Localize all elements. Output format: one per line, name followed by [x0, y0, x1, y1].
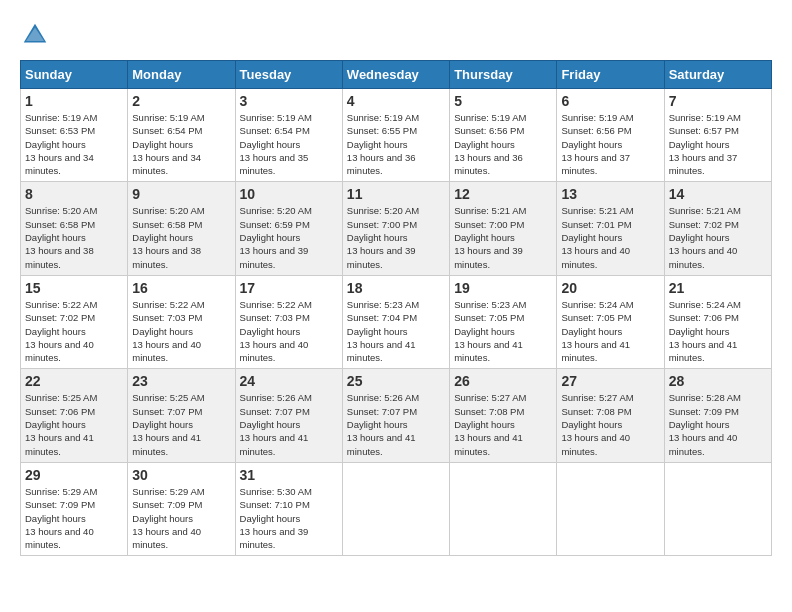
day-info: Sunrise: 5:22 AM Sunset: 7:03 PM Dayligh… [240, 298, 338, 364]
day-header-tuesday: Tuesday [235, 61, 342, 89]
day-number: 9 [132, 186, 230, 202]
calendar-cell: 15 Sunrise: 5:22 AM Sunset: 7:02 PM Dayl… [21, 275, 128, 368]
calendar-cell: 20 Sunrise: 5:24 AM Sunset: 7:05 PM Dayl… [557, 275, 664, 368]
day-header-thursday: Thursday [450, 61, 557, 89]
day-info: Sunrise: 5:24 AM Sunset: 7:06 PM Dayligh… [669, 298, 767, 364]
day-number: 17 [240, 280, 338, 296]
day-number: 25 [347, 373, 445, 389]
day-number: 26 [454, 373, 552, 389]
day-number: 24 [240, 373, 338, 389]
calendar-cell: 31 Sunrise: 5:30 AM Sunset: 7:10 PM Dayl… [235, 462, 342, 555]
calendar-cell: 18 Sunrise: 5:23 AM Sunset: 7:04 PM Dayl… [342, 275, 449, 368]
calendar-cell: 28 Sunrise: 5:28 AM Sunset: 7:09 PM Dayl… [664, 369, 771, 462]
day-info: Sunrise: 5:20 AM Sunset: 6:59 PM Dayligh… [240, 204, 338, 270]
logo-icon [20, 20, 50, 50]
day-number: 3 [240, 93, 338, 109]
day-info: Sunrise: 5:22 AM Sunset: 7:02 PM Dayligh… [25, 298, 123, 364]
calendar-cell: 22 Sunrise: 5:25 AM Sunset: 7:06 PM Dayl… [21, 369, 128, 462]
day-info: Sunrise: 5:28 AM Sunset: 7:09 PM Dayligh… [669, 391, 767, 457]
calendar-cell: 7 Sunrise: 5:19 AM Sunset: 6:57 PM Dayli… [664, 89, 771, 182]
calendar-cell: 24 Sunrise: 5:26 AM Sunset: 7:07 PM Dayl… [235, 369, 342, 462]
day-info: Sunrise: 5:26 AM Sunset: 7:07 PM Dayligh… [240, 391, 338, 457]
calendar-week-4: 22 Sunrise: 5:25 AM Sunset: 7:06 PM Dayl… [21, 369, 772, 462]
day-number: 27 [561, 373, 659, 389]
day-number: 14 [669, 186, 767, 202]
calendar-cell: 9 Sunrise: 5:20 AM Sunset: 6:58 PM Dayli… [128, 182, 235, 275]
calendar-cell: 10 Sunrise: 5:20 AM Sunset: 6:59 PM Dayl… [235, 182, 342, 275]
day-number: 30 [132, 467, 230, 483]
day-info: Sunrise: 5:19 AM Sunset: 6:55 PM Dayligh… [347, 111, 445, 177]
calendar-cell: 23 Sunrise: 5:25 AM Sunset: 7:07 PM Dayl… [128, 369, 235, 462]
calendar-cell: 3 Sunrise: 5:19 AM Sunset: 6:54 PM Dayli… [235, 89, 342, 182]
calendar-table: SundayMondayTuesdayWednesdayThursdayFrid… [20, 60, 772, 556]
calendar-week-3: 15 Sunrise: 5:22 AM Sunset: 7:02 PM Dayl… [21, 275, 772, 368]
day-info: Sunrise: 5:20 AM Sunset: 6:58 PM Dayligh… [25, 204, 123, 270]
day-number: 29 [25, 467, 123, 483]
day-number: 21 [669, 280, 767, 296]
day-info: Sunrise: 5:20 AM Sunset: 6:58 PM Dayligh… [132, 204, 230, 270]
day-info: Sunrise: 5:27 AM Sunset: 7:08 PM Dayligh… [561, 391, 659, 457]
calendar-cell: 11 Sunrise: 5:20 AM Sunset: 7:00 PM Dayl… [342, 182, 449, 275]
day-info: Sunrise: 5:19 AM Sunset: 6:53 PM Dayligh… [25, 111, 123, 177]
day-number: 5 [454, 93, 552, 109]
day-number: 11 [347, 186, 445, 202]
day-number: 18 [347, 280, 445, 296]
day-number: 22 [25, 373, 123, 389]
day-info: Sunrise: 5:20 AM Sunset: 7:00 PM Dayligh… [347, 204, 445, 270]
day-info: Sunrise: 5:24 AM Sunset: 7:05 PM Dayligh… [561, 298, 659, 364]
calendar-cell: 21 Sunrise: 5:24 AM Sunset: 7:06 PM Dayl… [664, 275, 771, 368]
calendar-cell: 12 Sunrise: 5:21 AM Sunset: 7:00 PM Dayl… [450, 182, 557, 275]
calendar-cell [450, 462, 557, 555]
calendar-cell: 14 Sunrise: 5:21 AM Sunset: 7:02 PM Dayl… [664, 182, 771, 275]
calendar-cell [342, 462, 449, 555]
day-header-wednesday: Wednesday [342, 61, 449, 89]
day-info: Sunrise: 5:27 AM Sunset: 7:08 PM Dayligh… [454, 391, 552, 457]
calendar-cell: 25 Sunrise: 5:26 AM Sunset: 7:07 PM Dayl… [342, 369, 449, 462]
day-number: 23 [132, 373, 230, 389]
calendar-cell: 17 Sunrise: 5:22 AM Sunset: 7:03 PM Dayl… [235, 275, 342, 368]
day-number: 1 [25, 93, 123, 109]
day-info: Sunrise: 5:26 AM Sunset: 7:07 PM Dayligh… [347, 391, 445, 457]
day-info: Sunrise: 5:29 AM Sunset: 7:09 PM Dayligh… [132, 485, 230, 551]
day-number: 19 [454, 280, 552, 296]
header-row: SundayMondayTuesdayWednesdayThursdayFrid… [21, 61, 772, 89]
day-header-sunday: Sunday [21, 61, 128, 89]
calendar-week-2: 8 Sunrise: 5:20 AM Sunset: 6:58 PM Dayli… [21, 182, 772, 275]
day-info: Sunrise: 5:19 AM Sunset: 6:54 PM Dayligh… [132, 111, 230, 177]
calendar-week-1: 1 Sunrise: 5:19 AM Sunset: 6:53 PM Dayli… [21, 89, 772, 182]
day-number: 10 [240, 186, 338, 202]
calendar-cell: 29 Sunrise: 5:29 AM Sunset: 7:09 PM Dayl… [21, 462, 128, 555]
calendar-cell: 27 Sunrise: 5:27 AM Sunset: 7:08 PM Dayl… [557, 369, 664, 462]
day-number: 16 [132, 280, 230, 296]
day-info: Sunrise: 5:19 AM Sunset: 6:56 PM Dayligh… [561, 111, 659, 177]
day-header-saturday: Saturday [664, 61, 771, 89]
day-info: Sunrise: 5:19 AM Sunset: 6:56 PM Dayligh… [454, 111, 552, 177]
calendar-cell: 19 Sunrise: 5:23 AM Sunset: 7:05 PM Dayl… [450, 275, 557, 368]
calendar-cell: 26 Sunrise: 5:27 AM Sunset: 7:08 PM Dayl… [450, 369, 557, 462]
day-info: Sunrise: 5:23 AM Sunset: 7:05 PM Dayligh… [454, 298, 552, 364]
day-info: Sunrise: 5:30 AM Sunset: 7:10 PM Dayligh… [240, 485, 338, 551]
calendar-cell: 1 Sunrise: 5:19 AM Sunset: 6:53 PM Dayli… [21, 89, 128, 182]
day-info: Sunrise: 5:21 AM Sunset: 7:02 PM Dayligh… [669, 204, 767, 270]
calendar-cell: 13 Sunrise: 5:21 AM Sunset: 7:01 PM Dayl… [557, 182, 664, 275]
day-info: Sunrise: 5:21 AM Sunset: 7:01 PM Dayligh… [561, 204, 659, 270]
day-number: 4 [347, 93, 445, 109]
day-info: Sunrise: 5:22 AM Sunset: 7:03 PM Dayligh… [132, 298, 230, 364]
day-number: 6 [561, 93, 659, 109]
calendar-cell [557, 462, 664, 555]
header [20, 20, 772, 50]
day-info: Sunrise: 5:19 AM Sunset: 6:57 PM Dayligh… [669, 111, 767, 177]
calendar-cell: 16 Sunrise: 5:22 AM Sunset: 7:03 PM Dayl… [128, 275, 235, 368]
logo [20, 20, 54, 50]
day-info: Sunrise: 5:21 AM Sunset: 7:00 PM Dayligh… [454, 204, 552, 270]
day-info: Sunrise: 5:25 AM Sunset: 7:07 PM Dayligh… [132, 391, 230, 457]
day-number: 31 [240, 467, 338, 483]
day-info: Sunrise: 5:29 AM Sunset: 7:09 PM Dayligh… [25, 485, 123, 551]
day-info: Sunrise: 5:25 AM Sunset: 7:06 PM Dayligh… [25, 391, 123, 457]
day-info: Sunrise: 5:23 AM Sunset: 7:04 PM Dayligh… [347, 298, 445, 364]
day-header-friday: Friday [557, 61, 664, 89]
calendar-cell: 2 Sunrise: 5:19 AM Sunset: 6:54 PM Dayli… [128, 89, 235, 182]
day-number: 8 [25, 186, 123, 202]
calendar-cell: 5 Sunrise: 5:19 AM Sunset: 6:56 PM Dayli… [450, 89, 557, 182]
calendar-cell: 8 Sunrise: 5:20 AM Sunset: 6:58 PM Dayli… [21, 182, 128, 275]
